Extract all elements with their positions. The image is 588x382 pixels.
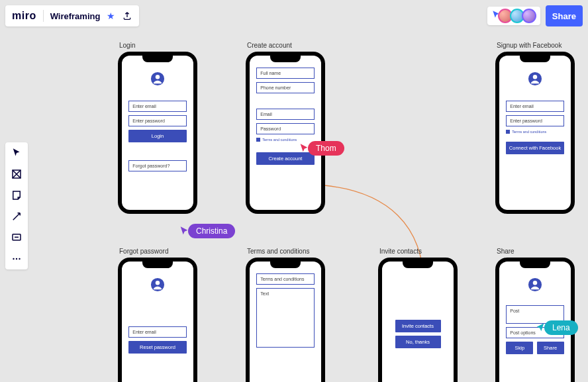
frame-label[interactable]: Create account	[247, 42, 292, 49]
cursor-label: Christina	[188, 224, 235, 238]
svg-point-3	[16, 258, 17, 260]
user-icon	[150, 277, 165, 292]
divider	[43, 10, 44, 22]
password-field[interactable]: Password	[256, 123, 314, 134]
phone-screen: Invite contacts No, thanks	[382, 262, 454, 382]
line-tool[interactable]	[10, 210, 23, 223]
frame-label[interactable]: Share	[497, 248, 514, 255]
notch	[520, 56, 550, 62]
top-bar: miro Wireframing ★	[5, 5, 139, 26]
reset-password-button[interactable]: Reset password	[128, 341, 186, 354]
terms-body: Text	[256, 288, 314, 348]
user-icon	[528, 277, 542, 292]
avatar[interactable]	[522, 9, 536, 23]
sticky-note-tool[interactable]	[10, 189, 23, 202]
phone-create-account[interactable]: Full name Phone number Email Password Te…	[246, 52, 325, 214]
export-icon[interactable]	[122, 11, 132, 21]
phone-forgot-password[interactable]: Enter email Reset password	[118, 258, 197, 382]
more-tools[interactable]	[10, 252, 23, 265]
skip-button[interactable]: Skip	[506, 342, 533, 354]
phone-signup-facebook[interactable]: Enter email Enter password Terms and con…	[495, 52, 575, 214]
phone-share[interactable]: Post Post options Skip Share	[495, 258, 575, 382]
terms-title: Terms and conditions	[256, 273, 314, 285]
phone-screen: Enter email Reset password	[122, 262, 193, 382]
terms-checkbox[interactable]: Terms and conditions	[506, 130, 564, 134]
terms-label: Terms and conditions	[512, 130, 546, 134]
invite-contacts-button[interactable]: Invite contacts	[395, 320, 441, 332]
svg-point-13	[533, 281, 537, 285]
forgot-password-link[interactable]: Forgot password?	[128, 160, 186, 171]
password-field[interactable]: Enter password	[128, 115, 186, 126]
email-field[interactable]: Enter email	[506, 101, 564, 112]
cursor-label: Thom	[308, 141, 344, 156]
collaborator-cursor-christina: Christina	[179, 224, 235, 238]
email-field[interactable]: Email	[256, 109, 314, 120]
phone-invite[interactable]: Invite contacts No, thanks	[378, 258, 458, 382]
toolbar	[5, 142, 28, 269]
collaborator-cursor-thom: Thom	[299, 141, 344, 156]
frame-label[interactable]: Terms and conditions	[247, 248, 310, 255]
presence-bar	[487, 7, 540, 25]
star-icon[interactable]: ★	[107, 11, 115, 21]
collaborator-cursor-lena: Lena	[535, 320, 578, 335]
top-right: Share	[487, 5, 583, 26]
select-tool[interactable]	[10, 146, 23, 160]
share-post-button[interactable]: Share	[537, 342, 564, 354]
wireframe-tool[interactable]	[10, 167, 23, 181]
frame-label[interactable]: Login	[119, 42, 135, 49]
frame-label[interactable]: Invite contacts	[379, 248, 422, 255]
svg-point-9	[533, 75, 537, 79]
frame-label[interactable]: Forgot password	[119, 248, 168, 255]
comment-tool[interactable]	[10, 231, 23, 244]
user-icon	[150, 72, 165, 86]
cursor-label: Lena	[544, 320, 578, 335]
notch	[142, 56, 173, 62]
notch	[403, 262, 433, 268]
terms-label: Terms and conditions	[262, 138, 297, 142]
phone-screen: Enter email Enter password Terms and con…	[499, 56, 571, 210]
login-button[interactable]: Login	[128, 130, 186, 142]
share-button[interactable]: Share	[546, 5, 583, 26]
logo[interactable]: miro	[12, 10, 36, 22]
email-field[interactable]: Enter email	[128, 326, 186, 338]
board-name[interactable]: Wireframing	[50, 11, 101, 21]
frame-label[interactable]: Signup with Facebook	[497, 42, 562, 49]
phone-screen: Terms and conditions Text	[250, 262, 321, 382]
phone-terms[interactable]: Terms and conditions Text	[246, 258, 325, 382]
no-thanks-button[interactable]: No, thanks	[395, 336, 441, 348]
fullname-field[interactable]: Full name	[256, 68, 314, 79]
phone-screen: Enter email Enter password Login Forgot …	[122, 56, 193, 210]
svg-point-11	[156, 281, 160, 285]
notch	[142, 262, 173, 268]
notch	[270, 262, 301, 268]
notch	[270, 56, 301, 62]
password-field[interactable]: Enter password	[506, 115, 564, 126]
connect-facebook-button[interactable]: Connect with Facebook	[506, 142, 564, 154]
svg-point-2	[13, 258, 14, 260]
phone-screen: Full name Phone number Email Password Te…	[250, 56, 321, 210]
phone-field[interactable]: Phone number	[256, 82, 314, 93]
phone-login[interactable]: Enter email Enter password Login Forgot …	[118, 52, 197, 214]
svg-point-7	[156, 75, 160, 79]
email-field[interactable]: Enter email	[128, 101, 186, 112]
svg-point-4	[19, 258, 20, 260]
notch	[520, 262, 550, 268]
user-icon	[528, 72, 542, 86]
